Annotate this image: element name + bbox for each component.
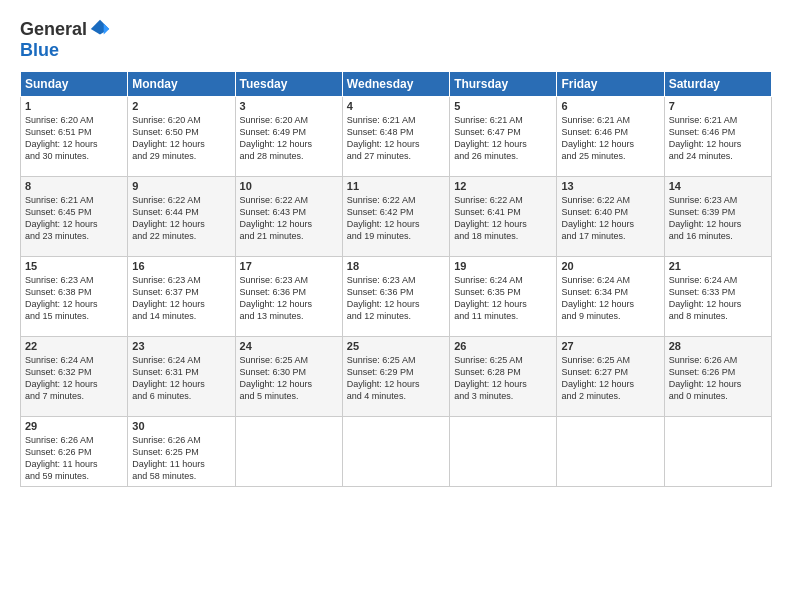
calendar-week-row: 8Sunrise: 6:21 AM Sunset: 6:45 PM Daylig… — [21, 177, 772, 257]
cell-info: Sunrise: 6:25 AM Sunset: 6:27 PM Dayligh… — [561, 354, 659, 403]
day-number: 20 — [561, 260, 659, 272]
calendar-header-tuesday: Tuesday — [235, 72, 342, 97]
calendar-cell: 8Sunrise: 6:21 AM Sunset: 6:45 PM Daylig… — [21, 177, 128, 257]
calendar-cell — [342, 417, 449, 487]
day-number: 29 — [25, 420, 123, 432]
calendar-cell: 24Sunrise: 6:25 AM Sunset: 6:30 PM Dayli… — [235, 337, 342, 417]
cell-info: Sunrise: 6:24 AM Sunset: 6:33 PM Dayligh… — [669, 274, 767, 323]
cell-info: Sunrise: 6:21 AM Sunset: 6:46 PM Dayligh… — [669, 114, 767, 163]
calendar-cell: 30Sunrise: 6:26 AM Sunset: 6:25 PM Dayli… — [128, 417, 235, 487]
day-number: 14 — [669, 180, 767, 192]
day-number: 17 — [240, 260, 338, 272]
calendar-week-row: 1Sunrise: 6:20 AM Sunset: 6:51 PM Daylig… — [21, 97, 772, 177]
cell-info: Sunrise: 6:21 AM Sunset: 6:47 PM Dayligh… — [454, 114, 552, 163]
calendar-cell: 2Sunrise: 6:20 AM Sunset: 6:50 PM Daylig… — [128, 97, 235, 177]
cell-info: Sunrise: 6:25 AM Sunset: 6:30 PM Dayligh… — [240, 354, 338, 403]
cell-info: Sunrise: 6:20 AM Sunset: 6:50 PM Dayligh… — [132, 114, 230, 163]
calendar-week-row: 29Sunrise: 6:26 AM Sunset: 6:26 PM Dayli… — [21, 417, 772, 487]
header: General Blue — [20, 18, 772, 61]
cell-info: Sunrise: 6:22 AM Sunset: 6:43 PM Dayligh… — [240, 194, 338, 243]
calendar-cell: 4Sunrise: 6:21 AM Sunset: 6:48 PM Daylig… — [342, 97, 449, 177]
calendar-cell: 16Sunrise: 6:23 AM Sunset: 6:37 PM Dayli… — [128, 257, 235, 337]
calendar-cell — [557, 417, 664, 487]
day-number: 12 — [454, 180, 552, 192]
calendar-cell: 18Sunrise: 6:23 AM Sunset: 6:36 PM Dayli… — [342, 257, 449, 337]
day-number: 28 — [669, 340, 767, 352]
calendar-cell: 28Sunrise: 6:26 AM Sunset: 6:26 PM Dayli… — [664, 337, 771, 417]
cell-info: Sunrise: 6:25 AM Sunset: 6:29 PM Dayligh… — [347, 354, 445, 403]
cell-info: Sunrise: 6:21 AM Sunset: 6:48 PM Dayligh… — [347, 114, 445, 163]
day-number: 7 — [669, 100, 767, 112]
cell-info: Sunrise: 6:23 AM Sunset: 6:37 PM Dayligh… — [132, 274, 230, 323]
cell-info: Sunrise: 6:22 AM Sunset: 6:41 PM Dayligh… — [454, 194, 552, 243]
cell-info: Sunrise: 6:21 AM Sunset: 6:46 PM Dayligh… — [561, 114, 659, 163]
day-number: 25 — [347, 340, 445, 352]
day-number: 15 — [25, 260, 123, 272]
calendar-cell: 6Sunrise: 6:21 AM Sunset: 6:46 PM Daylig… — [557, 97, 664, 177]
day-number: 1 — [25, 100, 123, 112]
day-number: 26 — [454, 340, 552, 352]
cell-info: Sunrise: 6:20 AM Sunset: 6:49 PM Dayligh… — [240, 114, 338, 163]
calendar-cell — [235, 417, 342, 487]
calendar-cell: 13Sunrise: 6:22 AM Sunset: 6:40 PM Dayli… — [557, 177, 664, 257]
calendar-cell: 1Sunrise: 6:20 AM Sunset: 6:51 PM Daylig… — [21, 97, 128, 177]
day-number: 5 — [454, 100, 552, 112]
cell-info: Sunrise: 6:25 AM Sunset: 6:28 PM Dayligh… — [454, 354, 552, 403]
calendar-cell: 17Sunrise: 6:23 AM Sunset: 6:36 PM Dayli… — [235, 257, 342, 337]
day-number: 22 — [25, 340, 123, 352]
day-number: 6 — [561, 100, 659, 112]
calendar-cell: 3Sunrise: 6:20 AM Sunset: 6:49 PM Daylig… — [235, 97, 342, 177]
calendar-cell: 14Sunrise: 6:23 AM Sunset: 6:39 PM Dayli… — [664, 177, 771, 257]
cell-info: Sunrise: 6:23 AM Sunset: 6:39 PM Dayligh… — [669, 194, 767, 243]
calendar-cell: 11Sunrise: 6:22 AM Sunset: 6:42 PM Dayli… — [342, 177, 449, 257]
cell-info: Sunrise: 6:23 AM Sunset: 6:36 PM Dayligh… — [347, 274, 445, 323]
calendar-cell: 22Sunrise: 6:24 AM Sunset: 6:32 PM Dayli… — [21, 337, 128, 417]
cell-info: Sunrise: 6:22 AM Sunset: 6:42 PM Dayligh… — [347, 194, 445, 243]
day-number: 27 — [561, 340, 659, 352]
calendar-table: SundayMondayTuesdayWednesdayThursdayFrid… — [20, 71, 772, 487]
cell-info: Sunrise: 6:23 AM Sunset: 6:38 PM Dayligh… — [25, 274, 123, 323]
calendar-cell — [664, 417, 771, 487]
calendar-cell: 10Sunrise: 6:22 AM Sunset: 6:43 PM Dayli… — [235, 177, 342, 257]
cell-info: Sunrise: 6:24 AM Sunset: 6:32 PM Dayligh… — [25, 354, 123, 403]
day-number: 10 — [240, 180, 338, 192]
day-number: 13 — [561, 180, 659, 192]
day-number: 18 — [347, 260, 445, 272]
calendar-header-thursday: Thursday — [450, 72, 557, 97]
calendar-header-sunday: Sunday — [21, 72, 128, 97]
cell-info: Sunrise: 6:24 AM Sunset: 6:34 PM Dayligh… — [561, 274, 659, 323]
cell-info: Sunrise: 6:24 AM Sunset: 6:35 PM Dayligh… — [454, 274, 552, 323]
day-number: 4 — [347, 100, 445, 112]
calendar-header-wednesday: Wednesday — [342, 72, 449, 97]
day-number: 19 — [454, 260, 552, 272]
calendar-cell: 12Sunrise: 6:22 AM Sunset: 6:41 PM Dayli… — [450, 177, 557, 257]
day-number: 30 — [132, 420, 230, 432]
day-number: 24 — [240, 340, 338, 352]
calendar-header-monday: Monday — [128, 72, 235, 97]
cell-info: Sunrise: 6:24 AM Sunset: 6:31 PM Dayligh… — [132, 354, 230, 403]
calendar-cell: 5Sunrise: 6:21 AM Sunset: 6:47 PM Daylig… — [450, 97, 557, 177]
cell-info: Sunrise: 6:26 AM Sunset: 6:26 PM Dayligh… — [669, 354, 767, 403]
calendar-week-row: 22Sunrise: 6:24 AM Sunset: 6:32 PM Dayli… — [21, 337, 772, 417]
calendar-cell: 23Sunrise: 6:24 AM Sunset: 6:31 PM Dayli… — [128, 337, 235, 417]
calendar-week-row: 15Sunrise: 6:23 AM Sunset: 6:38 PM Dayli… — [21, 257, 772, 337]
cell-info: Sunrise: 6:23 AM Sunset: 6:36 PM Dayligh… — [240, 274, 338, 323]
cell-info: Sunrise: 6:26 AM Sunset: 6:25 PM Dayligh… — [132, 434, 230, 483]
calendar-cell: 21Sunrise: 6:24 AM Sunset: 6:33 PM Dayli… — [664, 257, 771, 337]
calendar-cell: 27Sunrise: 6:25 AM Sunset: 6:27 PM Dayli… — [557, 337, 664, 417]
cell-info: Sunrise: 6:26 AM Sunset: 6:26 PM Dayligh… — [25, 434, 123, 483]
calendar-cell: 26Sunrise: 6:25 AM Sunset: 6:28 PM Dayli… — [450, 337, 557, 417]
calendar-cell: 15Sunrise: 6:23 AM Sunset: 6:38 PM Dayli… — [21, 257, 128, 337]
calendar-cell: 7Sunrise: 6:21 AM Sunset: 6:46 PM Daylig… — [664, 97, 771, 177]
cell-info: Sunrise: 6:22 AM Sunset: 6:44 PM Dayligh… — [132, 194, 230, 243]
logo: General Blue — [20, 18, 111, 61]
calendar-header-row: SundayMondayTuesdayWednesdayThursdayFrid… — [21, 72, 772, 97]
calendar-header-friday: Friday — [557, 72, 664, 97]
day-number: 23 — [132, 340, 230, 352]
calendar-cell: 20Sunrise: 6:24 AM Sunset: 6:34 PM Dayli… — [557, 257, 664, 337]
logo-icon — [89, 18, 111, 40]
logo-blue-text: Blue — [20, 40, 59, 61]
cell-info: Sunrise: 6:22 AM Sunset: 6:40 PM Dayligh… — [561, 194, 659, 243]
cell-info: Sunrise: 6:21 AM Sunset: 6:45 PM Dayligh… — [25, 194, 123, 243]
logo-general-text: General — [20, 19, 87, 40]
